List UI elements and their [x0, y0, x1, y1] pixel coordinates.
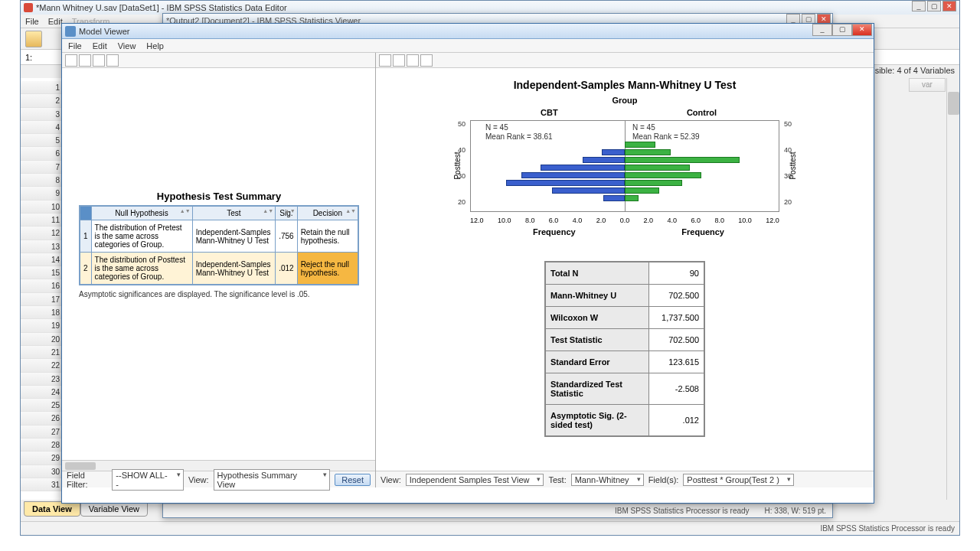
close-button[interactable]: ✕	[942, 1, 956, 11]
row-header-grid: 1234567891011121314151617181920212223242…	[21, 78, 67, 500]
row-header[interactable]: 5	[21, 134, 66, 147]
row-header[interactable]: 27	[21, 425, 66, 439]
model-viewer-menubar: File Edit View Help	[62, 39, 874, 53]
copy-icon[interactable]	[65, 54, 77, 67]
x-axis-label-right: Frequency	[681, 227, 724, 236]
print-icon[interactable]	[407, 54, 419, 67]
maximize-button[interactable]: ▢	[927, 1, 941, 11]
left-pane-footer: Field Filter: --SHOW ALL-- View: Hypothe…	[62, 471, 375, 487]
right-pane-footer: View: Independent Samples Test View Test…	[376, 471, 874, 487]
vertical-scrollbar[interactable]	[946, 78, 959, 500]
save-icon[interactable]	[393, 54, 405, 67]
minimize-button[interactable]: _	[912, 1, 926, 11]
row-header[interactable]: 16	[21, 279, 66, 292]
row-header[interactable]: 18	[21, 306, 66, 319]
hts-row-2[interactable]: 2 The distribution of Posttest is the sa…	[80, 253, 358, 285]
hts-table[interactable]: Null Hypothesis▲▼ Test▲▼ Sig.▲▼ Decision…	[79, 205, 359, 285]
row-header[interactable]: 12	[21, 227, 66, 240]
right-pane-toolbar	[376, 53, 874, 68]
field-filter-label: Field Filter:	[67, 471, 107, 489]
right-view-combo[interactable]: Independent Samples Test View	[406, 474, 544, 486]
left-pane: Hypothesis Test Summary Null Hypothesis▲…	[62, 53, 376, 487]
hts-col-sig[interactable]: Sig.▲▼	[276, 206, 297, 220]
mv-menu-view[interactable]: View	[118, 39, 136, 52]
mv-menu-help[interactable]: Help	[146, 39, 164, 52]
close-button[interactable]: ✕	[852, 24, 872, 36]
row-header[interactable]: 30	[21, 465, 66, 478]
right-pane-content: Independent-Samples Mann-Whitney U Test …	[376, 68, 874, 471]
left-view-combo[interactable]: Hypothesis Summary View	[214, 469, 331, 491]
output-viewer-statusbar: IBM SPSS Statistics Processor is ready H…	[163, 504, 832, 517]
open-icon[interactable]	[25, 31, 42, 47]
hts-row-1[interactable]: 1 The distribution of Pretest is the sam…	[80, 220, 358, 253]
row-header[interactable]: 11	[21, 214, 66, 227]
model-viewer-title: Model Viewer	[79, 27, 129, 36]
maximize-button[interactable]: ▢	[832, 24, 852, 36]
chart-group-label: Group	[376, 96, 874, 105]
x-axis-label-left: Frequency	[533, 227, 576, 236]
export-icon[interactable]	[420, 54, 433, 67]
row-header[interactable]: 19	[21, 319, 66, 332]
status-text: IBM SPSS Statistics Processor is ready	[820, 524, 955, 533]
tab-data-view[interactable]: Data View	[24, 501, 80, 517]
row-header[interactable]: 24	[21, 386, 66, 399]
row-header[interactable]: 9	[21, 187, 66, 200]
row-header[interactable]: 2	[21, 94, 66, 107]
data-editor-title: *Mann Whitney U.sav [DataSet1] - IBM SPS…	[36, 3, 287, 12]
tab-variable-view[interactable]: Variable View	[80, 501, 148, 517]
row-header[interactable]: 29	[21, 452, 66, 465]
row-indicator: 1:	[25, 53, 41, 62]
chart-title: Independent-Samples Mann-Whitney U Test	[376, 79, 874, 91]
ov-status-right: H: 338, W: 519 pt.	[765, 507, 826, 515]
row-header[interactable]: 8	[21, 174, 66, 187]
hts-title: Hypothesis Test Summary	[79, 191, 359, 202]
hts-col-test[interactable]: Test▲▼	[192, 206, 276, 220]
save-icon[interactable]	[79, 54, 91, 67]
chart-area: CBT Control Posttest Posttest N = 45 Mea…	[456, 108, 793, 246]
menu-edit[interactable]: Edit	[48, 15, 63, 28]
fields-combo[interactable]: Posttest * Group(Test 2 )	[683, 474, 793, 486]
group-cbt-label: CBT	[541, 108, 558, 117]
copy-icon[interactable]	[379, 54, 391, 67]
row-header[interactable]: 26	[21, 412, 66, 425]
test-label: Test:	[548, 475, 566, 484]
hts-col-decision[interactable]: Decision▲▼	[297, 206, 358, 220]
field-filter-combo[interactable]: --SHOW ALL--	[112, 469, 184, 491]
menu-file[interactable]: File	[25, 15, 39, 28]
row-header[interactable]: 4	[21, 121, 66, 134]
hts-col-nullhyp[interactable]: Null Hypothesis▲▼	[91, 206, 192, 220]
test-combo[interactable]: Mann-Whitney	[571, 474, 644, 486]
spss-icon	[24, 3, 33, 12]
row-header[interactable]: 15	[21, 266, 66, 279]
row-header[interactable]: 7	[21, 161, 66, 174]
model-viewer-icon	[65, 26, 76, 37]
row-header[interactable]: 3	[21, 108, 66, 121]
row-header[interactable]: 23	[21, 373, 66, 386]
right-pane: Independent-Samples Mann-Whitney U Test …	[376, 53, 874, 487]
row-header[interactable]: 1	[21, 81, 66, 94]
export-icon[interactable]	[106, 54, 119, 67]
minimize-button[interactable]: _	[812, 24, 832, 36]
row-header[interactable]: 20	[21, 333, 66, 346]
left-pane-content: Hypothesis Test Summary Null Hypothesis▲…	[62, 68, 375, 471]
row-header[interactable]: 22	[21, 359, 66, 372]
hts-footnote: Asymptotic significances are displayed. …	[79, 290, 359, 298]
mv-menu-file[interactable]: File	[68, 39, 82, 52]
hypothesis-test-summary: Hypothesis Test Summary Null Hypothesis▲…	[79, 191, 359, 298]
row-header[interactable]: 17	[21, 293, 66, 306]
row-header[interactable]: 13	[21, 240, 66, 253]
row-header[interactable]: 28	[21, 439, 66, 452]
row-header[interactable]: 25	[21, 399, 66, 412]
reset-button[interactable]: Reset	[335, 474, 371, 486]
var-column-header[interactable]: var	[909, 78, 946, 92]
row-header[interactable]: 14	[21, 253, 66, 266]
row-header[interactable]: 31	[21, 478, 66, 491]
print-icon[interactable]	[93, 54, 105, 67]
histogram-bars	[470, 120, 779, 212]
fields-label: Field(s):	[648, 475, 679, 484]
mv-menu-edit[interactable]: Edit	[93, 39, 107, 52]
row-header[interactable]: 6	[21, 147, 66, 160]
row-header[interactable]: 21	[21, 346, 66, 359]
row-header[interactable]: 10	[21, 201, 66, 214]
group-control-label: Control	[687, 108, 717, 117]
